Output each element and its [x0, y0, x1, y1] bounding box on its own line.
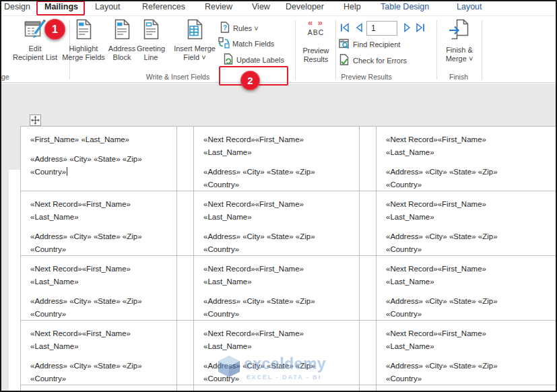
group-separator	[482, 20, 482, 79]
label-gap-cell	[360, 321, 376, 385]
button-label-line2: Merge ˅	[446, 55, 473, 63]
tab-table-design[interactable]: Table Design	[381, 2, 429, 11]
match-fields-label: Match Fields	[232, 40, 274, 48]
label-cell[interactable]: «Next Record»«First_Name»«Last_Name»«Add…	[376, 256, 557, 321]
finish-merge-icon	[442, 19, 477, 44]
label-gap-cell	[177, 191, 194, 256]
label-cell[interactable]	[21, 385, 177, 392]
record-number-input[interactable]: 1	[366, 21, 397, 36]
step-2-badge: 2	[240, 71, 260, 90]
label-cell[interactable]: «Next Record»«First_Name»«Last_Name»«Add…	[21, 191, 177, 256]
button-label-line1: Edit	[29, 44, 42, 53]
rules-label: Rules ˅	[233, 24, 259, 32]
button-label-line1: Address	[108, 44, 135, 53]
highlight-merge-fields-button[interactable]: Highlight Merge Fields	[59, 19, 108, 63]
tab-help[interactable]: Help	[343, 2, 361, 11]
tab-design[interactable]: Design	[4, 2, 30, 11]
group-separator	[436, 20, 437, 79]
address-block-button[interactable]: Address Block	[105, 19, 139, 63]
label-cell[interactable]: «Next Record»«First_Name»«Last_Name»«Add…	[376, 191, 557, 256]
table-move-handle[interactable]	[30, 115, 41, 126]
update-labels-icon	[223, 53, 234, 66]
label-cell[interactable]: «Next Record»«First_Name»«Last_Name»«Add…	[376, 321, 557, 385]
insert-merge-field-icon	[168, 19, 221, 42]
button-label-line1: Greeting	[137, 44, 165, 53]
tab-review[interactable]: Review	[205, 2, 232, 11]
label-gap-cell	[360, 256, 376, 321]
label-cell[interactable]: «Next Record»«First_Name»«Last_Name»«Add…	[194, 127, 360, 191]
move-arrows-icon	[31, 116, 40, 125]
ribbon-tab-bar: DesignMailingsLayoutReferencesReviewView…	[0, 0, 557, 16]
label-cell[interactable]: «Next Record»«First_Name»«Last_Name»«Add…	[194, 191, 360, 256]
label-cell[interactable]: «First_Name» «Last_Name»«Address» «City»…	[21, 127, 177, 191]
last-record-button[interactable]	[415, 22, 426, 33]
preview-abc: ABC	[308, 28, 325, 36]
button-label-line1: Preview	[302, 46, 329, 55]
label-cell[interactable]	[194, 385, 360, 392]
button-label-line2: Line	[144, 53, 158, 61]
update-labels-button[interactable]: Update Labels	[223, 53, 284, 66]
label-cell[interactable]: «Next Record»«First_Name»«Last_Name»«Add…	[21, 321, 177, 385]
label-gap-cell	[360, 127, 376, 191]
button-label-line1: Insert Merge	[174, 44, 216, 53]
label-gap-cell	[360, 191, 376, 256]
finish-merge-button[interactable]: Finish & Merge ˅	[442, 19, 477, 64]
find-recipient-button[interactable]: Find Recipient	[339, 38, 400, 51]
tab-mailings[interactable]: Mailings	[44, 2, 78, 11]
find-recipient-icon	[339, 38, 350, 51]
check-for-errors-button[interactable]: Check for Errors	[339, 54, 407, 67]
tab-developer[interactable]: Developer	[286, 2, 324, 11]
tab-references[interactable]: References	[142, 2, 185, 11]
button-label-line2: Results	[304, 55, 329, 63]
word-window: DesignMailingsLayoutReferencesReviewView…	[0, 0, 557, 392]
tab-view[interactable]: View	[252, 2, 270, 11]
next-record-button[interactable]	[401, 22, 412, 33]
label-cell[interactable]: «Next Record»«First_Name»«Last_Name»«Add…	[194, 321, 360, 385]
label-gap-cell	[177, 385, 194, 392]
button-label-line2: Block	[113, 53, 131, 61]
finish-group-label: Finish	[438, 73, 479, 81]
check-for-errors-icon	[339, 54, 350, 67]
label-gap-cell	[177, 256, 194, 321]
group-separator	[335, 20, 336, 79]
update-labels-label: Update Labels	[236, 56, 284, 64]
ribbon: Edit Recipient List Highlight Merge Fiel…	[0, 16, 557, 83]
greeting-line-icon	[136, 19, 166, 42]
tab-layout-2[interactable]: Layout	[457, 2, 482, 11]
text-cursor	[67, 167, 67, 176]
match-fields-icon	[218, 37, 230, 50]
match-fields-button[interactable]: Match Fields	[218, 37, 274, 50]
button-label-line2: Recipient List	[13, 53, 57, 61]
preview-results-icon: « » ABC	[299, 19, 333, 37]
step-1-badge: 1	[44, 19, 65, 40]
label-gap-cell	[360, 385, 376, 392]
previous-record-button[interactable]	[354, 22, 365, 33]
button-label-line2: Merge Fields	[62, 53, 105, 61]
highlight-merge-fields-icon	[59, 19, 108, 42]
check-for-errors-label: Check for Errors	[353, 57, 407, 65]
label-cell[interactable]: «Next Record»«First_Name»«Last_Name»«Add…	[194, 256, 360, 321]
group-separator	[295, 20, 296, 79]
label-gap-cell	[177, 321, 194, 385]
start-mail-merge-group-label: ge	[1, 73, 9, 81]
svg-text:?: ?	[223, 24, 227, 32]
preview-guillemets: « »	[308, 18, 324, 28]
preview-results-group-label: Preview Results	[326, 73, 407, 81]
address-block-icon	[105, 19, 139, 42]
greeting-line-button[interactable]: Greeting Line	[136, 19, 166, 63]
button-label-line1: Highlight	[69, 44, 98, 53]
tab-layout[interactable]: Layout	[95, 2, 121, 11]
button-label-line1: Finish &	[446, 46, 473, 54]
first-record-button[interactable]	[339, 22, 350, 33]
insert-merge-field-button[interactable]: Insert Merge Field ˅	[168, 19, 221, 63]
rules-icon: ?	[220, 22, 230, 34]
rules-button[interactable]: ? Rules ˅	[220, 22, 259, 34]
label-cell[interactable]: «Next Record»«First_Name»«Last_Name»«Add…	[21, 256, 177, 321]
label-cell[interactable]	[376, 385, 557, 392]
find-recipient-label: Find Recipient	[353, 40, 400, 48]
button-label-line2: Field ˅	[183, 53, 205, 61]
write-insert-fields-group-label: Write & Insert Fields	[121, 73, 235, 81]
label-gap-cell	[177, 127, 194, 191]
preview-results-button[interactable]: « » ABC Preview Results	[299, 19, 333, 65]
label-cell[interactable]: «Next Record»«First_Name»«Last_Name»«Add…	[376, 127, 557, 191]
